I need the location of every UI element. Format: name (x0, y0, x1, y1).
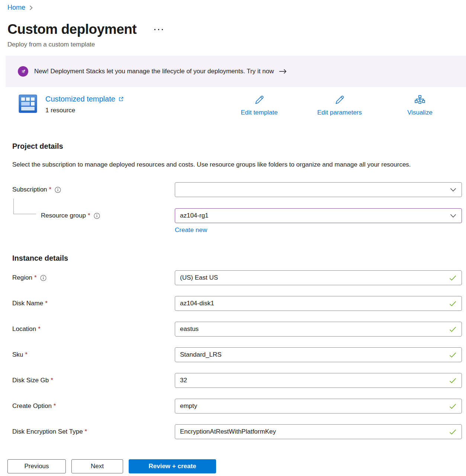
check-valid-icon (449, 352, 456, 358)
edit-template-label: Edit template (241, 109, 277, 116)
required-marker: * (51, 377, 53, 384)
disk-size-gb-label: Disk Size Gb (12, 377, 49, 384)
disk-encryption-set-type-row: Disk Encryption Set Type * EncryptionAtR… (12, 424, 462, 439)
resource-group-dropdown[interactable]: az104-rg1 (175, 208, 462, 223)
region-row: Region * (US) East US (12, 270, 462, 285)
required-marker: * (25, 351, 28, 358)
disk-name-label: Disk Name (12, 300, 43, 307)
check-valid-icon (449, 378, 456, 383)
customized-template-link[interactable]: Customized template (45, 94, 124, 103)
chevron-down-icon (450, 214, 456, 218)
required-marker: * (45, 300, 48, 307)
required-marker: * (88, 212, 90, 219)
check-valid-icon (449, 429, 456, 435)
location-row: Location * eastus (12, 322, 462, 337)
breadcrumb-chevron-icon (29, 5, 33, 10)
template-resource-count: 1 resource (45, 107, 124, 114)
next-button[interactable]: Next (71, 459, 123, 473)
review-create-button[interactable]: Review + create (129, 459, 216, 473)
more-options-icon[interactable] (154, 27, 164, 32)
sku-input[interactable]: Standard_LRS (175, 347, 462, 362)
breadcrumb-home-link[interactable]: Home (7, 4, 25, 12)
edit-template-button[interactable]: Edit template (219, 94, 299, 116)
sku-label: Sku (12, 351, 23, 358)
create-option-row: Create Option * empty (12, 399, 462, 414)
sku-row: Sku * Standard_LRS (12, 347, 462, 362)
required-marker: * (34, 274, 37, 282)
location-input[interactable]: eastus (175, 322, 462, 337)
location-label: Location (12, 325, 36, 333)
sku-value: Standard_LRS (180, 351, 222, 358)
disk-encryption-set-type-input[interactable]: EncryptionAtRestWithPlatformKey (175, 424, 462, 439)
disk-size-gb-row: Disk Size Gb * 32 (12, 373, 462, 388)
disk-encryption-set-type-value: EncryptionAtRestWithPlatformKey (180, 428, 276, 435)
subscription-label: Subscription (12, 186, 47, 193)
required-marker: * (85, 428, 87, 435)
resource-group-value: az104-rg1 (180, 212, 209, 219)
disk-size-gb-input[interactable]: 32 (175, 373, 462, 388)
subscription-row: Subscription * (12, 182, 462, 197)
breadcrumb: Home (7, 3, 466, 12)
pencil-icon (334, 94, 345, 106)
rocket-icon (18, 66, 28, 77)
resource-group-label: Resource group (41, 212, 86, 219)
required-marker: * (49, 186, 52, 193)
info-icon[interactable] (55, 187, 61, 193)
visualize-label: Visualize (407, 109, 433, 116)
org-chart-icon (414, 94, 425, 106)
chevron-down-icon (450, 188, 456, 192)
disk-size-gb-value: 32 (180, 377, 187, 384)
required-marker: * (38, 325, 41, 333)
disk-name-value: az104-disk1 (180, 300, 214, 307)
create-new-link[interactable]: Create new (175, 226, 207, 234)
region-value: (US) East US (180, 274, 218, 282)
resource-group-row: Resource group * az104-rg1 (12, 208, 462, 223)
project-details-heading: Project details (12, 141, 466, 151)
banner-text: New! Deployment Stacks let you manage th… (34, 68, 274, 75)
template-link-label: Customized template (45, 94, 115, 103)
visualize-button[interactable]: Visualize (380, 94, 460, 116)
check-valid-icon (449, 403, 456, 409)
location-value: eastus (180, 325, 199, 333)
page-title: Custom deployment (7, 20, 136, 38)
region-input[interactable]: (US) East US (175, 270, 462, 285)
deployment-stacks-banner[interactable]: New! Deployment Stacks let you manage th… (6, 56, 466, 87)
footer-action-bar: Previous Next Review + create (0, 445, 466, 476)
region-label: Region (12, 274, 32, 282)
info-icon[interactable] (94, 213, 100, 219)
instance-details-heading: Instance details (12, 253, 466, 263)
template-icon (19, 94, 37, 115)
subscription-dropdown[interactable] (175, 182, 462, 197)
custom-deployment-page: Home Custom deployment Deploy from a cus… (0, 0, 466, 445)
arrow-right-icon (279, 68, 287, 74)
disk-encryption-set-type-label: Disk Encryption Set Type (12, 428, 83, 435)
create-option-input[interactable]: empty (175, 399, 462, 414)
check-valid-icon (449, 275, 456, 281)
create-option-value: empty (180, 402, 197, 410)
edit-parameters-button[interactable]: Edit parameters (299, 94, 380, 116)
template-actions: Edit template Edit parameters (219, 94, 460, 116)
external-link-icon (118, 96, 124, 102)
project-details-description: Select the subscription to manage deploy… (12, 159, 437, 170)
disk-name-row: Disk Name * az104-disk1 (12, 296, 462, 311)
required-marker: * (54, 402, 56, 410)
create-option-label: Create Option (12, 402, 52, 410)
previous-button[interactable]: Previous (7, 459, 66, 473)
edit-parameters-label: Edit parameters (317, 109, 362, 116)
disk-name-input[interactable]: az104-disk1 (175, 296, 462, 311)
page-subtitle: Deploy from a custom template (7, 41, 466, 49)
info-icon[interactable] (40, 275, 46, 281)
check-valid-icon (449, 327, 456, 332)
title-row: Custom deployment (7, 20, 466, 38)
pencil-icon (254, 94, 265, 106)
create-new-row: Create new (175, 226, 462, 235)
template-summary-row: Customized template 1 resource (0, 94, 466, 119)
check-valid-icon (449, 301, 456, 306)
